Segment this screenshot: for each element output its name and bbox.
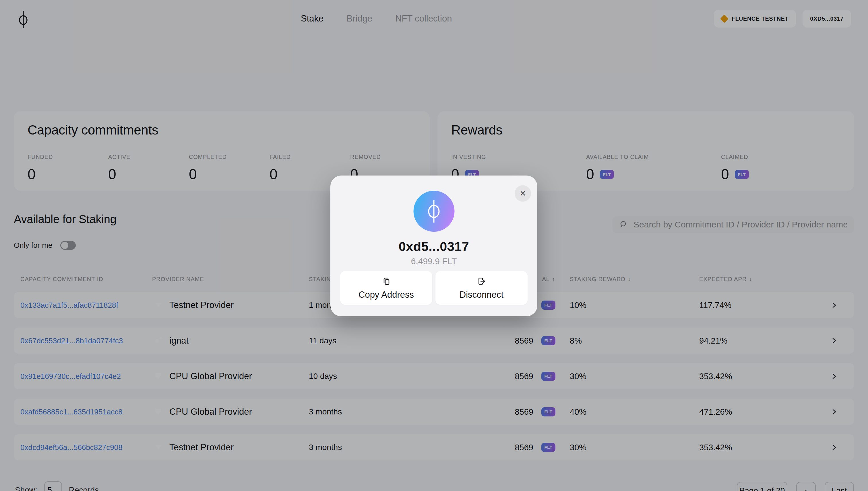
wallet-avatar: [413, 191, 454, 232]
logout-icon: [476, 276, 487, 287]
modal-buttons: Copy Address Disconnect: [340, 271, 527, 305]
fluence-phi-icon: [425, 199, 443, 224]
wallet-balance: 6,499.9 FLT: [330, 256, 537, 266]
copy-address-button[interactable]: Copy Address: [340, 271, 432, 305]
copy-icon: [381, 276, 392, 287]
wallet-account-modal: ✕ 0xd5...0317 6,499.9 FLT Copy Address D…: [330, 175, 537, 316]
wallet-address: 0xd5...0317: [330, 239, 537, 254]
disconnect-button[interactable]: Disconnect: [435, 271, 527, 305]
close-icon[interactable]: ✕: [515, 185, 531, 202]
